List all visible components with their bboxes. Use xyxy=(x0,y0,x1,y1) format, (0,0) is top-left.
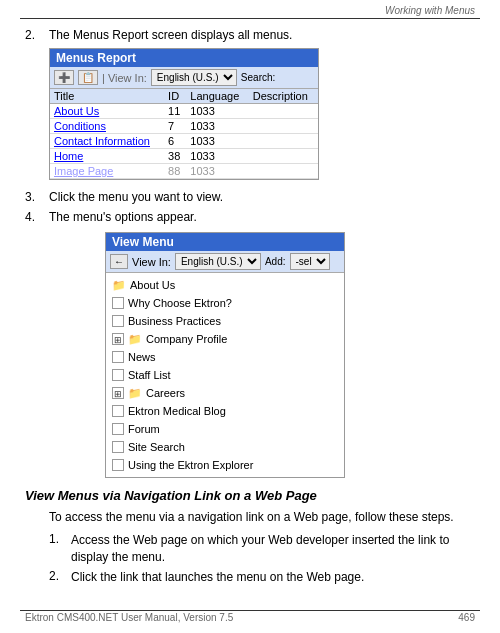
list-item[interactable]: Site Search xyxy=(106,438,344,456)
item-label: Forum xyxy=(128,421,160,437)
sub-step-1-text: Access the Web page on which your Web de… xyxy=(71,532,475,566)
table-row[interactable]: Contact Information61033 xyxy=(50,134,318,149)
view-menu-title: View Menu xyxy=(106,233,344,251)
add-button[interactable]: ➕ xyxy=(54,70,74,85)
list-item[interactable]: News xyxy=(106,348,344,366)
cell-1: 88 xyxy=(164,164,186,179)
page-header: Working with Menus xyxy=(385,5,475,16)
view-in-select[interactable]: English (U.S.) xyxy=(151,69,237,86)
step-4-text: The menu's options appear. xyxy=(49,210,197,224)
row-link[interactable]: Image Page xyxy=(54,165,113,177)
footer-left: Ektron CMS400.NET User Manual, Version 7… xyxy=(25,612,233,623)
folder-icon: 📁 xyxy=(112,277,126,293)
folder-icon: 📁 xyxy=(128,385,142,401)
list-item[interactable]: 📁About Us xyxy=(106,276,344,294)
main-content: 2. The Menus Report screen displays all … xyxy=(25,28,475,598)
table-row[interactable]: Home381033 xyxy=(50,149,318,164)
item-label: Staff List xyxy=(128,367,171,383)
step-2-text: The Menus Report screen displays all men… xyxy=(49,28,292,42)
cell-3 xyxy=(249,119,318,134)
list-item[interactable]: Business Practices xyxy=(106,312,344,330)
list-item[interactable]: Staff List xyxy=(106,366,344,384)
cell-2: 1033 xyxy=(186,164,248,179)
step-3-number: 3. xyxy=(25,190,49,204)
table-row[interactable]: Conditions71033 xyxy=(50,119,318,134)
page-footer: Ektron CMS400.NET User Manual, Version 7… xyxy=(25,612,475,623)
list-item[interactable]: Using the Ektron Explorer xyxy=(106,456,344,474)
menus-report-toolbar: ➕ 📋 | View In: English (U.S.) Search: xyxy=(50,67,318,89)
table-row[interactable]: Image Page881033 xyxy=(50,164,318,179)
footer-right: 469 xyxy=(458,612,475,623)
checkbox-icon xyxy=(112,459,124,471)
col-id: ID xyxy=(164,89,186,104)
cell-1: 38 xyxy=(164,149,186,164)
cell-3 xyxy=(249,164,318,179)
item-label: Ektron Medical Blog xyxy=(128,403,226,419)
step-3: 3. Click the menu you want to view. xyxy=(25,190,475,204)
checkbox-icon xyxy=(112,315,124,327)
checkbox-icon xyxy=(112,369,124,381)
col-description: Description xyxy=(249,89,318,104)
sub-step-2-text: Click the link that launches the menu on… xyxy=(71,569,364,586)
search-label: Search: xyxy=(241,72,275,83)
steps-34: 3. Click the menu you want to view. 4. T… xyxy=(25,190,475,224)
checkbox-icon xyxy=(112,405,124,417)
item-label: About Us xyxy=(130,277,175,293)
menus-report-panel: Menus Report ➕ 📋 | View In: English (U.S… xyxy=(49,48,319,180)
row-link[interactable]: Conditions xyxy=(54,120,106,132)
step-2-number: 2. xyxy=(25,28,49,42)
cell-1: 11 xyxy=(164,104,186,119)
item-label: Careers xyxy=(146,385,185,401)
section-heading: View Menus via Navigation Link on a Web … xyxy=(25,488,475,503)
cell-1: 7 xyxy=(164,119,186,134)
cell-1: 6 xyxy=(164,134,186,149)
row-link[interactable]: About Us xyxy=(54,105,99,117)
table-header-row: Title ID Language Description xyxy=(50,89,318,104)
sub-step-2: 2.Click the link that launches the menu … xyxy=(49,569,475,586)
list-icon: 📋 xyxy=(82,72,94,83)
page-top-line xyxy=(20,18,480,19)
step-2: 2. The Menus Report screen displays all … xyxy=(25,28,475,42)
list-view-button[interactable]: 📋 xyxy=(78,70,98,85)
row-link[interactable]: Home xyxy=(54,150,83,162)
folder-icon: 📁 xyxy=(128,331,142,347)
back-icon: ← xyxy=(114,256,124,267)
step-3-text: Click the menu you want to view. xyxy=(49,190,223,204)
cell-3 xyxy=(249,149,318,164)
expand-icon[interactable]: ⊞ xyxy=(112,387,124,399)
item-label: Company Profile xyxy=(146,331,227,347)
row-link[interactable]: Contact Information xyxy=(54,135,150,147)
back-button[interactable]: ← xyxy=(110,254,128,269)
sub-steps-container: 1.Access the Web page on which your Web … xyxy=(25,532,475,586)
view-menu-view-in-select[interactable]: English (U.S.) xyxy=(175,253,261,270)
checkbox-icon xyxy=(112,441,124,453)
list-item[interactable]: Why Choose Ektron? xyxy=(106,294,344,312)
cell-0: Conditions xyxy=(50,119,164,134)
menus-report-table: Title ID Language Description About Us11… xyxy=(50,89,318,179)
step-4-number: 4. xyxy=(25,210,49,224)
item-label: News xyxy=(128,349,156,365)
col-title: Title xyxy=(50,89,164,104)
list-item[interactable]: Forum xyxy=(106,420,344,438)
checkbox-icon xyxy=(112,423,124,435)
view-menu-list: 📁About UsWhy Choose Ektron?Business Prac… xyxy=(106,273,344,477)
cell-0: Contact Information xyxy=(50,134,164,149)
toolbar-separator: | View In: xyxy=(102,72,147,84)
item-label: Using the Ektron Explorer xyxy=(128,457,253,473)
list-item[interactable]: ⊞📁Careers xyxy=(106,384,344,402)
table-row[interactable]: About Us111033 xyxy=(50,104,318,119)
cell-3 xyxy=(249,134,318,149)
add-label: Add: xyxy=(265,256,286,267)
sub-step-1-number: 1. xyxy=(49,532,71,566)
checkbox-icon xyxy=(112,351,124,363)
sub-step-1: 1.Access the Web page on which your Web … xyxy=(49,532,475,566)
add-select[interactable]: -sele xyxy=(290,253,330,270)
cell-2: 1033 xyxy=(186,119,248,134)
sub-step-2-number: 2. xyxy=(49,569,71,586)
expand-icon[interactable]: ⊞ xyxy=(112,333,124,345)
col-language: Language xyxy=(186,89,248,104)
section-intro: To access the menu via a navigation link… xyxy=(49,509,475,526)
list-item[interactable]: ⊞📁Company Profile xyxy=(106,330,344,348)
view-in-label: View In: xyxy=(132,256,171,268)
list-item[interactable]: Ektron Medical Blog xyxy=(106,402,344,420)
